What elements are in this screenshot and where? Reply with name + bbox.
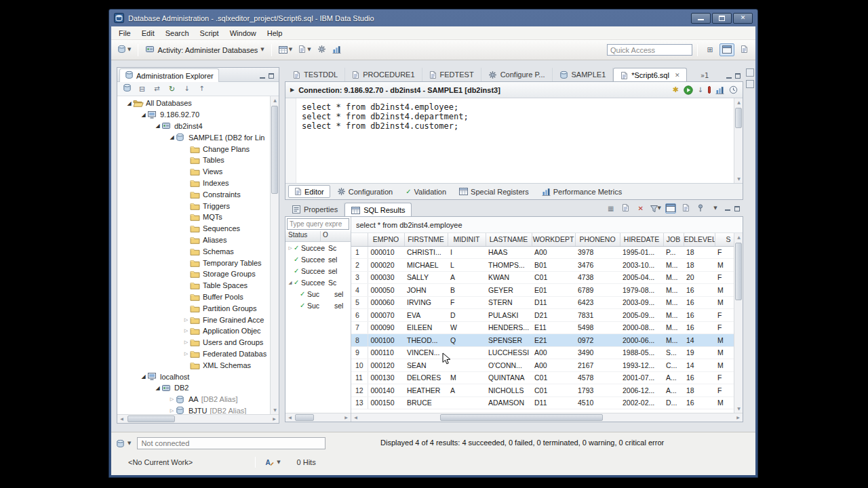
expander-icon[interactable]: ▷: [182, 317, 190, 323]
history-item-3[interactable]: ✓Succeesel: [285, 265, 351, 277]
editor-tab-procedure1[interactable]: PROCEDURE1: [345, 68, 422, 81]
connection-bar[interactable]: ▶ Connection: 9.186.92.70 - db2inst4 - S…: [285, 82, 743, 98]
tree-item-bjtu[interactable]: ▷BJTU[DB2 Alias]: [117, 405, 270, 414]
tree-item-tables[interactable]: Tables: [117, 155, 270, 166]
restore-view-icon[interactable]: [746, 68, 754, 77]
query-filter-input[interactable]: [287, 218, 349, 230]
tree-item-schemas[interactable]: Schemas: [117, 245, 270, 257]
dropdown-arrow-icon[interactable]: ▼: [127, 441, 131, 446]
history-horizontal-scrollbar[interactable]: ◀ ▶: [285, 413, 351, 422]
expander-icon[interactable]: ◢: [125, 100, 133, 106]
database-admin-perspective-button[interactable]: [719, 43, 734, 56]
maximize-button[interactable]: [712, 13, 732, 24]
minimize-view-icon[interactable]: [260, 74, 265, 79]
expander-icon[interactable]: ▷: [168, 408, 176, 413]
column-header-s[interactable]: S: [715, 233, 734, 246]
result-row-12[interactable]: 12000140HEATHERANICHOLLSC0117932006-12..…: [351, 384, 734, 397]
page-tab-special-registers[interactable]: Special Registers: [453, 185, 535, 198]
editor-tab-fedtest[interactable]: FEDTEST: [422, 68, 481, 81]
tree-item-views[interactable]: Views: [117, 166, 270, 178]
column-header-empno[interactable]: EMPNO: [368, 233, 404, 246]
column-header-lastname[interactable]: LASTNAME: [486, 233, 532, 246]
close-button[interactable]: ✕: [733, 13, 753, 24]
link-with-editor-tool[interactable]: ⇄: [151, 83, 163, 95]
expander-icon[interactable]: ▷: [287, 245, 294, 251]
restore-view-icon[interactable]: [746, 80, 754, 88]
scrollbar-thumb[interactable]: [735, 108, 742, 128]
expander-icon[interactable]: ▷: [182, 340, 190, 345]
page-tab-editor[interactable]: Editor: [288, 185, 330, 198]
scroll-right-icon[interactable]: ▶: [342, 413, 351, 422]
column-header-workdept[interactable]: WORKDEPT: [532, 233, 575, 246]
minimize-results-icon[interactable]: [725, 206, 730, 211]
scroll-left-icon[interactable]: ◀: [285, 413, 294, 422]
history-item-1[interactable]: ▷✓SucceeSc: [285, 242, 351, 253]
tree-item-constraints[interactable]: Constraints: [117, 188, 270, 200]
tree-item-table-spaces[interactable]: Table Spaces: [117, 280, 270, 291]
metrics-button[interactable]: [330, 43, 343, 57]
menu-edit[interactable]: Edit: [136, 28, 160, 39]
results-tab-properties[interactable]: Properties: [286, 203, 344, 216]
connection-status-field[interactable]: Not connected: [137, 437, 326, 449]
tree-item-indexes[interactable]: Indexes: [117, 178, 270, 189]
connection-twisty-icon[interactable]: ▶: [290, 87, 294, 93]
tree-item-db2inst4[interactable]: ◢db2inst4: [117, 121, 270, 132]
explorer-horizontal-scrollbar[interactable]: ◀ ▶: [117, 414, 279, 423]
new-connection-button[interactable]: ▼: [115, 43, 133, 57]
tree-item-partition-groups[interactable]: Partition Groups: [117, 302, 270, 314]
tree-item-storage-groups[interactable]: Storage Groups: [117, 268, 270, 280]
result-row-5[interactable]: 5000060IRVINGFSTERND1164232003-09...M...…: [351, 296, 734, 309]
result-row-10[interactable]: 10000120SEANO'CONN...A0021671993-12...C.…: [351, 359, 734, 372]
sql-perspective-button[interactable]: [736, 43, 751, 56]
scrollbar-thumb[interactable]: [271, 106, 278, 194]
tree-item-users-and-groups[interactable]: ▷Users and Groups: [117, 337, 270, 348]
editor-vertical-scrollbar[interactable]: ▲ ▼: [734, 98, 743, 183]
column-header-midinit[interactable]: MIDINIT: [448, 233, 486, 246]
grid-horizontal-scrollbar[interactable]: ◀ ▶: [351, 413, 743, 422]
result-row-9[interactable]: 9000110VINCEN...LUCCHESSIA0034901988-05.…: [351, 346, 734, 359]
expander-icon[interactable]: ◢: [140, 112, 147, 118]
tree-item-buffer-pools[interactable]: Buffer Pools: [117, 291, 270, 303]
operation-column-header[interactable]: O: [321, 231, 351, 241]
validate-icon[interactable]: ✱: [672, 86, 678, 94]
expander-icon[interactable]: ◢: [168, 134, 176, 140]
scroll-left-icon[interactable]: ◀: [117, 415, 126, 423]
result-row-7[interactable]: 7000090EILEENWHENDERS...E1154982000-08..…: [351, 321, 734, 334]
show-result-grid-toggle[interactable]: [665, 203, 676, 214]
column-header-edlevel[interactable]: EDLEVEL: [684, 233, 715, 246]
tree-item-aliases[interactable]: Aliases: [117, 235, 270, 246]
tree-item-sample1-db2-for-lin[interactable]: ◢SAMPLE1 (DB2 for Lin: [117, 131, 270, 143]
view-menu-tool[interactable]: ▼: [710, 203, 721, 214]
expander-icon[interactable]: ◢: [140, 373, 147, 380]
tree-item-federated-databas[interactable]: ▷Federated Databas: [117, 348, 270, 360]
quick-access-input[interactable]: [607, 44, 692, 56]
menu-file[interactable]: File: [113, 28, 136, 39]
tab-administration-explorer[interactable]: Administration Explorer: [119, 68, 219, 82]
menu-window[interactable]: Window: [224, 28, 262, 39]
maximize-results-icon[interactable]: [734, 206, 740, 211]
metrics-icon[interactable]: [715, 86, 724, 94]
expander-icon[interactable]: ◢: [154, 123, 161, 129]
expander-icon[interactable]: ▷: [182, 351, 190, 357]
history-item-4[interactable]: ◢✓SucceeSc: [285, 277, 351, 288]
scrollbar-thumb[interactable]: [295, 414, 314, 421]
history-item-5[interactable]: ✓Sucsel: [285, 288, 351, 300]
column-header-job[interactable]: JOB: [663, 233, 684, 246]
scroll-up-icon[interactable]: ▲: [271, 96, 279, 104]
menu-help[interactable]: Help: [262, 28, 288, 39]
scroll-right-icon[interactable]: ▶: [734, 413, 743, 422]
history-item-2[interactable]: ✓Succeesel: [285, 253, 351, 265]
status-column-header[interactable]: Status: [285, 231, 321, 241]
column-header-phoneno[interactable]: PHONENO: [575, 233, 620, 246]
tree-item-db2[interactable]: ◢DB2: [117, 382, 270, 394]
page-tab-validation[interactable]: ✓Validation: [399, 185, 452, 198]
grid-mode-tool[interactable]: ▦: [606, 203, 616, 214]
export-tool[interactable]: ↑: [196, 83, 208, 95]
result-row-8[interactable]: 8000100THEOD...QSPENSERE2109722000-06...…: [351, 334, 734, 347]
connection-status-icon[interactable]: [116, 439, 125, 448]
menu-script[interactable]: Script: [195, 28, 224, 39]
editor-tab-script6-sql[interactable]: *Script6.sql✕: [613, 68, 687, 82]
scroll-down-icon[interactable]: ▼: [271, 406, 279, 414]
tree-item-temporary-tables[interactable]: Temporary Tables: [117, 257, 270, 268]
sql-editor[interactable]: select * from db2inst4.employee;select *…: [296, 98, 734, 183]
